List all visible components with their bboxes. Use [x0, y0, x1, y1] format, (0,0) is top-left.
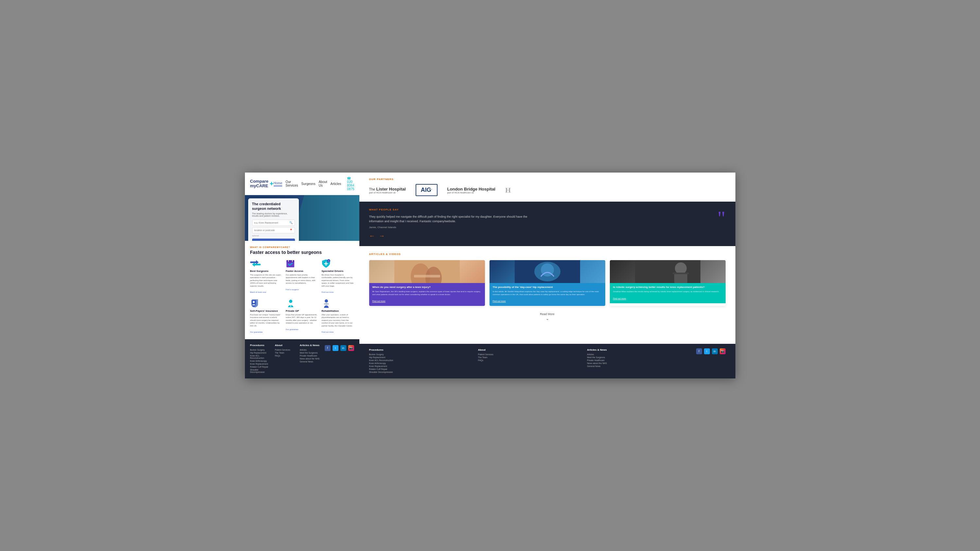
right-footer-link-team[interactable]: The Team: [478, 356, 581, 359]
nav-services[interactable]: Our Services: [285, 180, 298, 187]
article-link-3[interactable]: Find out more: [613, 297, 626, 300]
feature-title-2: Faster Access: [286, 270, 318, 273]
right-footer-link-faqs[interactable]: FAQs: [478, 359, 581, 362]
prev-arrow[interactable]: ←: [369, 233, 375, 240]
optional-label: optional: [252, 235, 295, 237]
nav-about[interactable]: About Us: [318, 180, 327, 187]
footer-link-team[interactable]: The Team: [275, 352, 296, 354]
article-desc-3: Jonathan Miles explains the results bein…: [613, 290, 722, 293]
location-input[interactable]: [255, 229, 290, 231]
footer-link-articles[interactable]: Articles: [300, 349, 321, 351]
articles-grid: When do you need surgery after a knee in…: [369, 260, 725, 306]
feature-desc-5: Enjoy free private GP appointments, onli…: [286, 313, 318, 324]
feature-desc-4: Purchase our unique "money back" insuran…: [250, 313, 283, 327]
feature-desc-2: Our patients have priority appointments …: [286, 273, 318, 285]
right-footer-link-articles[interactable]: Articles: [587, 353, 689, 356]
footer-link-patient[interactable]: Patient Services: [275, 349, 296, 351]
article-desc-1: Mr Sam Rajaratnam, the UK's leading knee…: [372, 290, 482, 296]
right-footer-link-private[interactable]: Private Healthcare: [587, 359, 689, 362]
quote-mark: ": [718, 208, 725, 228]
right-footer-link-knee-rep[interactable]: Knee Replacement: [369, 365, 471, 367]
footer-link-knee-arth[interactable]: Knee Arthroscopy: [250, 360, 271, 362]
right-footer-link-knee-arth[interactable]: Knee Arthroscopy: [369, 362, 471, 364]
right-footer-link-patient[interactable]: Patient Services: [478, 353, 581, 356]
right-footer-link-general[interactable]: General News: [587, 365, 689, 367]
hero-subtitle: The leading doctors by experience, resul…: [252, 213, 295, 217]
nav-home[interactable]: Home: [274, 181, 283, 186]
feature-link-4[interactable]: Our guarantee: [250, 331, 263, 333]
articles-section: ARTICLES & VIDEOS When do you need surge…: [360, 246, 735, 344]
footer-about-title: About: [275, 344, 296, 347]
right-twitter-icon[interactable]: t: [704, 348, 710, 354]
footer-link-shoulder[interactable]: Shoulder Decompression: [250, 368, 271, 373]
articles-label: ARTICLES & VIDEOS: [369, 252, 725, 256]
footer-link-nhs[interactable]: News about the NHS: [300, 357, 321, 360]
footer-link-hip[interactable]: Hip Replacement: [250, 352, 271, 354]
next-arrow[interactable]: →: [379, 233, 385, 240]
article-body-1: When do you need surgery after a knee in…: [369, 283, 485, 306]
read-more-link[interactable]: Read More: [540, 313, 555, 316]
lister-hospital-logo: The Lister Hospital part of HCA Healthca…: [369, 187, 406, 194]
right-instagram-icon[interactable]: 📷: [720, 348, 725, 354]
right-footer-link-bunion[interactable]: Bunion Surgery: [369, 353, 471, 356]
procedure-input[interactable]: [255, 222, 290, 224]
footer-grid: Procedures Bunion Surgery Hip Replacemen…: [250, 344, 354, 374]
feature-best-surgeons: Best Surgeons The surgeons on this site …: [250, 259, 283, 294]
nav-links: Home Our Services Surgeons About Us Arti…: [274, 176, 355, 191]
facebook-icon[interactable]: f: [325, 345, 331, 351]
article-link-2[interactable]: Find out more: [493, 300, 506, 302]
right-facebook-icon[interactable]: f: [696, 348, 702, 354]
article-link-1[interactable]: Find out more: [372, 300, 385, 302]
linkedin-icon[interactable]: in: [340, 345, 346, 351]
procedure-search-wrap: 🔍: [252, 220, 295, 226]
aig-logo: AIG.: [415, 184, 438, 196]
feature-insurance: Self-Payers' Insurance Purchase our uniq…: [250, 299, 283, 334]
article-card-2: The possibility of the 'day-case' hip re…: [490, 260, 605, 306]
footer-link-rotator[interactable]: Rotator Cuff Repair: [250, 366, 271, 368]
feature-link-5[interactable]: Our guarantee: [286, 329, 299, 330]
footer-link-bunion[interactable]: Bunion Surgery: [250, 349, 271, 351]
feature-title-6: Rehabilitation: [321, 310, 354, 313]
right-footer-link-nhs[interactable]: News about the NHS: [587, 362, 689, 364]
footer-link-knee-rep[interactable]: Knee Replacement: [250, 363, 271, 365]
right-footer-link-knee-acl[interactable]: Knee ACL Reconstruction: [369, 359, 471, 362]
read-more-arrow: ⌄: [369, 316, 725, 321]
article-body-2: The possibility of the 'day-case' hip re…: [490, 283, 605, 306]
feature-link-3[interactable]: Find out more: [321, 291, 334, 293]
feature-link-6[interactable]: Find out more: [321, 331, 334, 333]
phone-number[interactable]: ☎ 020 8064 0875: [347, 176, 354, 191]
right-footer-about-title: About: [478, 348, 581, 351]
doctor-icon: [286, 299, 296, 308]
right-footer-link-shoulder[interactable]: Shoulder Decompression: [369, 371, 471, 373]
feature-link-2[interactable]: Find a surgeon: [286, 289, 299, 291]
location-search-wrap: 📍: [252, 227, 295, 233]
twitter-icon[interactable]: t: [332, 345, 339, 351]
right-linkedin-icon[interactable]: in: [712, 348, 718, 354]
svg-point-12: [253, 301, 255, 303]
nav-articles[interactable]: Articles: [331, 182, 341, 186]
feature-link-1[interactable]: Match & book now: [250, 291, 266, 293]
footer-link-surgeons[interactable]: Meet the Surgeons: [300, 352, 321, 354]
feature-rehab: Rehabilitation After your operation, a t…: [321, 299, 354, 334]
footer-link-general[interactable]: General News: [300, 360, 321, 363]
svg-rect-31: [673, 273, 689, 274]
right-footer-link-meet-surgeons[interactable]: Meet the Surgeons: [587, 356, 689, 359]
london-bridge-sub: part of HCA Healthcare uk: [447, 192, 474, 194]
search-button[interactable]: SEARCH: [252, 238, 295, 241]
article-title-2: The possibility of the 'day-case' hip re…: [493, 286, 602, 289]
article-card-3: Is robotic surgery achieving better resu…: [610, 260, 725, 306]
testimonial-navigation: ← →: [369, 233, 725, 240]
testimonial-section: WHAT PEOPLE SAY They quickly helped me n…: [360, 202, 735, 246]
instagram-icon[interactable]: 📷: [348, 345, 354, 351]
nav-surgeons[interactable]: Surgeons: [301, 182, 315, 186]
logo[interactable]: Compare myCARE +: [250, 179, 274, 189]
footer-link-knee-acl[interactable]: Knee ACL Reconstruction: [250, 354, 271, 359]
hero-section: The credentialed surgeon network The lea…: [245, 195, 360, 241]
testimonial-author: Jamie, Channel Islands: [369, 226, 725, 229]
right-footer-link-rotator[interactable]: Rotator Cuff Repair: [369, 368, 471, 370]
article-body-3: Is robotic surgery achieving better resu…: [610, 283, 725, 303]
right-footer-link-hip[interactable]: Hip Replacement: [369, 356, 471, 359]
footer-link-faqs[interactable]: FAQs: [275, 354, 296, 357]
lister-sub: part of HCA Healthcare uk: [369, 192, 396, 194]
footer-link-private[interactable]: Private Healthcare: [300, 354, 321, 357]
